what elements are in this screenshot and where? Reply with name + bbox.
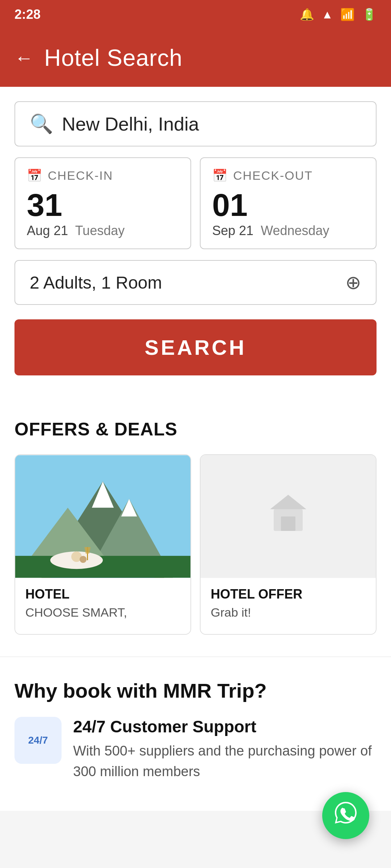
why-feature-title-1: 24/7 Customer Support: [73, 717, 377, 736]
why-section: Why book with MMR Trip? 24/7 24/7 Custom…: [0, 656, 391, 811]
offer-desc-1: CHOOSE SMART,: [25, 605, 180, 620]
offer-content-2: Hotel Offer Grab it!: [201, 578, 376, 634]
location-value: New Delhi, India: [62, 113, 199, 135]
date-row: 📅 CHECK-IN 31 Aug 21 Tuesday 📅 CHECK-OUT…: [14, 157, 377, 249]
checkout-label: 📅 CHECK-OUT: [212, 168, 364, 183]
why-text-1: 24/7 Customer Support With 500+ supplier…: [73, 717, 377, 782]
wifi-icon: ▲: [321, 8, 333, 21]
status-bar: 2:28 🔔 ▲ 📶 🔋: [0, 0, 391, 29]
checkout-day: 01: [212, 189, 364, 221]
checkin-month-weekday: Aug 21 Tuesday: [27, 223, 179, 238]
checkout-card[interactable]: 📅 CHECK-OUT 01 Sep 21 Wednesday: [200, 157, 377, 249]
why-title: Why book with MMR Trip?: [14, 679, 377, 702]
offers-section: OFFERS & DEALS: [0, 419, 391, 656]
status-time: 2:28: [14, 7, 41, 22]
svg-rect-8: [15, 556, 190, 578]
offers-title: OFFERS & DEALS: [14, 419, 377, 440]
offer-desc-2: Grab it!: [211, 605, 366, 620]
whatsapp-icon: [333, 800, 358, 831]
checkin-day: 31: [27, 189, 179, 221]
checkin-card[interactable]: 📅 CHECK-IN 31 Aug 21 Tuesday: [14, 157, 191, 249]
checkout-month: Sep 21: [212, 223, 253, 238]
checkout-month-weekday: Sep 21 Wednesday: [212, 223, 364, 238]
page-header: ← Hotel Search: [0, 29, 391, 87]
main-content: 🔍 New Delhi, India 📅 CHECK-IN 31 Aug 21 …: [0, 87, 391, 419]
calendar-icon-2: 📅: [212, 168, 228, 183]
checkin-month: Aug 21: [27, 223, 68, 238]
why-feature-desc-1: With 500+ suppliers and the purchasing p…: [73, 741, 377, 782]
offer-tag-1: HOTEL: [25, 587, 180, 602]
battery-icon: 🔋: [362, 8, 377, 21]
guests-input[interactable]: 2 Adults, 1 Room ⊕: [14, 260, 377, 305]
offers-row: HOTEL CHOOSE SMART, Hotel Offer Grab it!: [14, 454, 377, 635]
offer-tag-2: Hotel Offer: [211, 587, 366, 602]
offer-card-2[interactable]: Hotel Offer Grab it!: [200, 454, 377, 635]
checkin-weekday: Tuesday: [75, 223, 125, 238]
svg-rect-16: [281, 516, 295, 531]
whatsapp-fab[interactable]: [322, 792, 369, 839]
add-icon: ⊕: [345, 272, 361, 293]
location-input[interactable]: 🔍 New Delhi, India: [14, 101, 377, 146]
offer-image-1: [15, 455, 190, 578]
svg-point-11: [80, 556, 87, 563]
guests-value: 2 Adults, 1 Room: [30, 273, 162, 293]
checkin-label: 📅 CHECK-IN: [27, 168, 179, 183]
page-title: Hotel Search: [44, 44, 182, 71]
why-feature-1: 24/7 24/7 Customer Support With 500+ sup…: [14, 717, 377, 782]
status-icons: 🔔 ▲ 📶 🔋: [300, 8, 377, 21]
notification-icon: 🔔: [300, 8, 314, 21]
back-button[interactable]: ←: [14, 47, 33, 69]
offer-image-2: [201, 455, 376, 578]
offer-card-1[interactable]: HOTEL CHOOSE SMART,: [14, 454, 191, 635]
support-icon-box: 24/7: [14, 717, 62, 764]
search-icon: 🔍: [30, 113, 53, 135]
calendar-icon: 📅: [27, 168, 43, 183]
checkout-weekday: Wednesday: [261, 223, 329, 238]
signal-icon: 📶: [340, 8, 355, 21]
search-button[interactable]: SEARCH: [14, 319, 377, 375]
support-icon: 24/7: [28, 735, 48, 746]
offer-content-1: HOTEL CHOOSE SMART,: [15, 578, 190, 634]
